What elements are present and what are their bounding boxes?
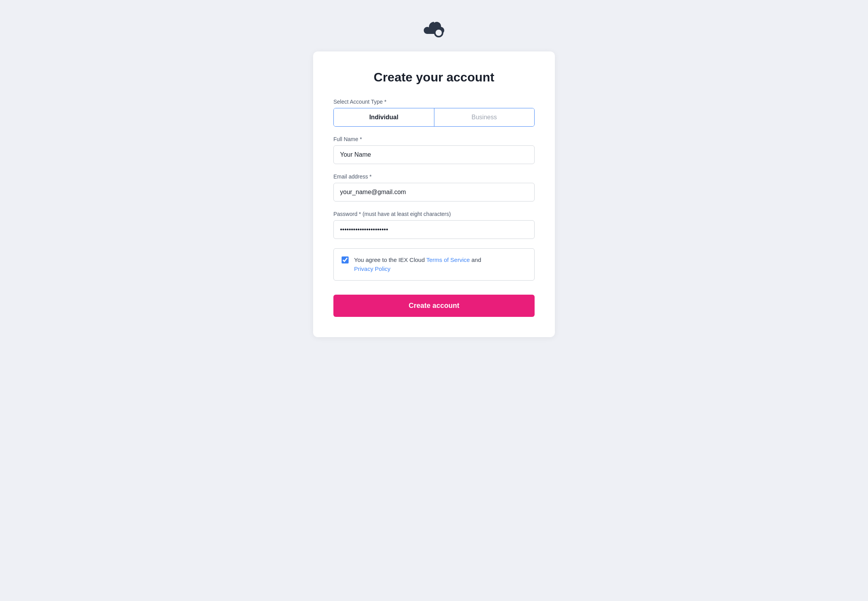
individual-tab[interactable]: Individual [334,108,434,126]
business-tab[interactable]: Business [434,108,535,126]
terms-checkbox-area: You agree to the IEX Cloud Terms of Serv… [333,248,535,281]
email-label: Email address * [333,173,535,180]
full-name-section: Full Name * [333,136,535,164]
privacy-policy-link[interactable]: Privacy Policy [354,265,390,272]
password-section: Password * (must have at least eight cha… [333,211,535,239]
terms-text: You agree to the IEX Cloud Terms of Serv… [354,256,481,273]
full-name-input[interactable] [333,145,535,164]
logo [422,19,446,40]
signup-card: Create your account Select Account Type … [313,51,555,337]
password-input[interactable] [333,220,535,239]
terms-text-middle: and [470,256,481,263]
svg-point-1 [436,30,442,36]
terms-of-service-link[interactable]: Terms of Service [426,256,470,263]
terms-checkbox[interactable] [342,256,349,263]
password-label: Password * (must have at least eight cha… [333,211,535,217]
terms-text-before: You agree to the IEX Cloud [354,256,426,263]
account-type-section: Select Account Type * Individual Busines… [333,99,535,127]
terms-checkbox-wrapper [342,256,349,263]
full-name-label: Full Name * [333,136,535,142]
email-section: Email address * [333,173,535,202]
page-title: Create your account [333,70,535,85]
cloud-logo-icon [422,19,446,38]
account-type-label: Select Account Type * [333,99,535,105]
create-account-button[interactable]: Create account [333,295,535,317]
account-type-toggle: Individual Business [333,108,535,127]
terms-section: You agree to the IEX Cloud Terms of Serv… [333,248,535,281]
email-input[interactable] [333,183,535,202]
